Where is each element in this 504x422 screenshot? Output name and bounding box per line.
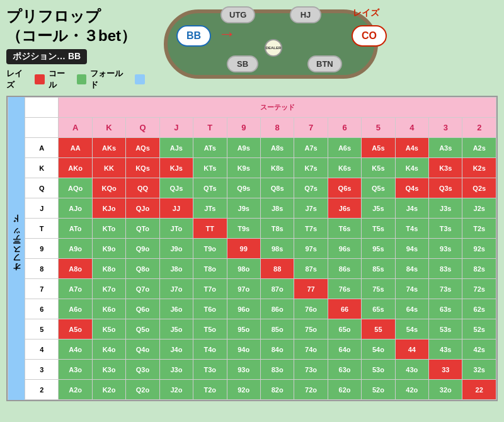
hand-cell: 84s (395, 259, 428, 279)
hand-cell: K8s (260, 158, 294, 178)
hand-cell: AJo (59, 198, 92, 219)
hand-cell: A4o (59, 339, 92, 360)
position-bb: BB (176, 25, 211, 47)
hand-cell: T5s (362, 219, 395, 239)
hand-cell: J6o (159, 299, 193, 319)
hand-cell: A5s (362, 138, 395, 158)
hand-cell: 65s (362, 299, 395, 319)
hand-cell: JJ (159, 198, 193, 219)
hand-cell: Q4o (126, 339, 159, 360)
hand-cell: JTo (159, 219, 193, 239)
row-header-9: 9 (25, 239, 59, 259)
hand-cell: 73o (294, 360, 328, 380)
hand-cell: A6o (59, 299, 92, 319)
position-sb: SB (227, 55, 258, 72)
hand-cell: J5s (362, 198, 395, 219)
hand-cell: Q5o (126, 319, 159, 339)
hand-cell: 63o (328, 360, 361, 380)
hand-cell: 32o (429, 380, 462, 400)
hand-cell: ATo (59, 219, 92, 239)
hand-cell: J5o (159, 319, 193, 339)
col-header-4: 4 (395, 118, 428, 138)
hand-cell: 76o (294, 299, 328, 319)
raise-color-box (35, 74, 45, 84)
hand-cell: K9o (92, 239, 125, 259)
hand-cell: 74s (395, 279, 428, 299)
hand-cell: 72o (294, 380, 328, 400)
table-row: 3A3oK3oQ3oJ3oT3o93o83o73o63o53o43o3332s (25, 360, 496, 380)
hand-cell: J6s (328, 198, 361, 219)
table-row: AAAAKsAQsAJsATsA9sA8sA7sA6sA5sA4sA3sA2s (25, 138, 496, 158)
hand-cell: 43o (395, 360, 428, 380)
hand-cell: 82o (260, 380, 294, 400)
table-row: TAToKToQToJToTTT9sT8sT7sT6sT5sT4sT3sT2s (25, 219, 496, 239)
hand-cell: K6o (92, 299, 125, 319)
hand-cell: KQo (92, 178, 125, 198)
hand-cell: 52s (462, 319, 496, 339)
hand-cell: Q3o (126, 360, 159, 380)
suited-header: スーテッド (59, 98, 496, 118)
table-row: 5A5oK5oQ5oJ5oT5o95o85o75o65o5554s53s52s (25, 319, 496, 339)
hand-cell: J9o (159, 239, 193, 259)
hand-cell: A9s (227, 138, 260, 158)
hand-cell: AQs (126, 138, 159, 158)
fold-color-box (135, 74, 145, 84)
hand-cell: T8o (193, 259, 227, 279)
hand-cell: 43s (429, 339, 462, 360)
table-row: 9A9oK9oQ9oJ9oT9o9998s97s96s95s94s93s92s (25, 239, 496, 259)
hand-cell: T2s (462, 219, 496, 239)
hand-cell: QJo (126, 198, 159, 219)
hand-cell: 97s (294, 239, 328, 259)
hand-cell: 62s (462, 299, 496, 319)
hand-cell: 55 (362, 319, 395, 339)
hand-cell: 87s (294, 259, 328, 279)
hand-cell: 75o (294, 319, 328, 339)
hand-cell: JTs (193, 198, 227, 219)
row-header-K: K (25, 158, 59, 178)
hand-cell: 77 (294, 279, 328, 299)
hand-cell: 93o (227, 360, 260, 380)
hand-cell: K2o (92, 380, 125, 400)
hand-cell: 54s (395, 319, 428, 339)
hand-cell: T4s (395, 219, 428, 239)
position-btn: BTN (307, 55, 342, 72)
hand-cell: J2o (159, 380, 193, 400)
hand-cell: KJo (92, 198, 125, 219)
col-header-K: K (92, 118, 125, 138)
hand-cell: 75s (362, 279, 395, 299)
hand-cell: 85s (362, 259, 395, 279)
hand-cell: 82s (462, 259, 496, 279)
hand-cell: 52o (362, 380, 395, 400)
raise-label: レイズ (6, 68, 31, 91)
hand-cell: Q6s (328, 178, 361, 198)
hand-cell: AJs (159, 138, 193, 158)
hand-cell: KJs (159, 158, 193, 178)
hand-cell: T8s (260, 219, 294, 239)
call-color-box (77, 74, 87, 84)
row-header-J: J (25, 198, 59, 219)
hand-cell: Q4s (395, 178, 428, 198)
hand-cell: 62o (328, 380, 361, 400)
hand-cell: J8s (260, 198, 294, 219)
hand-cell: 96o (227, 299, 260, 319)
hand-cell: 53o (362, 360, 395, 380)
col-header-6: 6 (328, 118, 361, 138)
hand-cell: Q3s (429, 178, 462, 198)
hand-cell: 94o (227, 339, 260, 360)
hand-cell: 64o (328, 339, 361, 360)
hand-cell: K4s (395, 158, 428, 178)
hand-cell: A2s (462, 138, 496, 158)
hand-cell: Q2o (126, 380, 159, 400)
col-header-9: 9 (227, 118, 260, 138)
hand-cell: 63s (429, 299, 462, 319)
hand-cell: Q8o (126, 259, 159, 279)
hand-cell: Q6o (126, 299, 159, 319)
row-header-T: T (25, 219, 59, 239)
hand-cell: 54o (362, 339, 395, 360)
col-header-3: 3 (429, 118, 462, 138)
hand-cell: Q9s (227, 178, 260, 198)
hand-cell: KQs (126, 158, 159, 178)
hand-cell: 76s (328, 279, 361, 299)
hand-cell: T5o (193, 319, 227, 339)
hand-cell: J8o (159, 259, 193, 279)
